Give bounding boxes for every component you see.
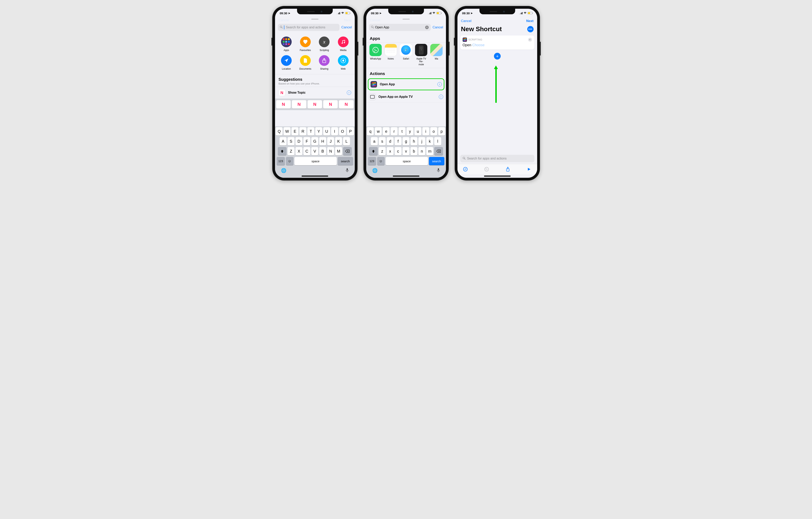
app-apple-tv-re-mote[interactable]: Apple TV Re- mote — [415, 44, 428, 66]
key-a[interactable]: A — [280, 137, 287, 145]
key-s[interactable]: S — [288, 137, 294, 145]
run-button[interactable] — [526, 166, 532, 172]
key-r[interactable]: R — [299, 127, 307, 136]
key-n[interactable]: n — [418, 147, 425, 155]
key-l[interactable]: l — [434, 137, 441, 145]
app-ma[interactable]: Ma — [430, 44, 443, 66]
key-p[interactable]: P — [347, 127, 354, 136]
search-input[interactable]: Search for apps and actions — [460, 155, 534, 162]
cancel-search-button[interactable]: Cancel — [433, 25, 443, 29]
key-o[interactable]: o — [430, 127, 437, 136]
key-search[interactable]: search — [429, 157, 444, 165]
key-u[interactable]: U — [323, 127, 330, 136]
globe-key[interactable]: 🌐 — [281, 168, 286, 173]
key-r[interactable]: r — [390, 127, 398, 136]
key-x[interactable]: x — [387, 147, 394, 155]
key-a[interactable]: a — [371, 137, 378, 145]
home-indicator[interactable] — [484, 175, 511, 176]
key-v[interactable]: v — [403, 147, 409, 155]
keyboard[interactable]: qwertyuiopasdfghjklzxcvbnm 123 ☺ space s… — [366, 127, 446, 178]
info-button[interactable]: i — [347, 90, 351, 95]
remove-action-button[interactable]: ✕ — [528, 38, 532, 42]
keyboard-suggestion[interactable]: N — [323, 100, 338, 109]
dictation-key[interactable] — [437, 168, 440, 173]
share-button[interactable] — [505, 166, 511, 172]
key-h[interactable]: h — [410, 137, 417, 145]
key-i[interactable]: I — [331, 127, 338, 136]
key-v[interactable]: V — [311, 147, 318, 155]
key-emoji[interactable]: ☺ — [286, 157, 293, 165]
search-input[interactable]: Search for apps and actions — [278, 24, 340, 31]
key-y[interactable]: y — [406, 127, 413, 136]
key-z[interactable]: Z — [288, 147, 294, 155]
app-safari[interactable]: Safari — [399, 44, 413, 66]
action-card[interactable]: SCRIPTING ✕ Open Choose — [460, 35, 534, 50]
key-t[interactable]: T — [307, 127, 314, 136]
key-k[interactable]: K — [335, 137, 342, 145]
choose-app-button[interactable]: Choose — [472, 43, 485, 47]
app-whatsapp[interactable]: WhatsApp — [369, 44, 382, 66]
key-f[interactable]: f — [395, 137, 402, 145]
info-button[interactable]: i — [439, 94, 443, 99]
keyboard-suggestion[interactable]: N — [276, 100, 291, 109]
action-item[interactable]: Open Appi — [368, 78, 444, 90]
sheet-grabber[interactable] — [311, 19, 318, 20]
globe-key[interactable]: 🌐 — [372, 168, 378, 173]
key-g[interactable]: G — [311, 137, 318, 145]
category-documents[interactable]: Documents — [297, 55, 314, 70]
key-t[interactable]: t — [399, 127, 406, 136]
key-q[interactable]: q — [367, 127, 374, 136]
key-b[interactable]: B — [319, 147, 326, 155]
key-d[interactable]: D — [295, 137, 302, 145]
key-p[interactable]: p — [438, 127, 445, 136]
key-m[interactable]: M — [335, 147, 342, 155]
key-j[interactable]: J — [327, 137, 334, 145]
key-emoji[interactable]: ☺ — [377, 157, 385, 165]
key-c[interactable]: C — [303, 147, 310, 155]
key-l[interactable]: L — [343, 137, 350, 145]
category-web[interactable]: Web — [335, 55, 352, 70]
app-notes[interactable]: Notes — [384, 44, 397, 66]
key-n[interactable]: N — [327, 147, 334, 155]
key-x[interactable]: X — [295, 147, 302, 155]
keyboard[interactable]: QWERTYUIOPASDFGHJKLZXCVBNM 123 ☺ space s… — [275, 127, 355, 178]
search-input[interactable]: Open App ✕ — [369, 24, 431, 31]
key-123[interactable]: 123 — [368, 157, 376, 165]
key-j[interactable]: j — [418, 137, 425, 145]
shift-key[interactable] — [278, 147, 287, 155]
key-search[interactable]: search — [338, 157, 353, 165]
key-m[interactable]: m — [426, 147, 433, 155]
home-indicator[interactable] — [301, 175, 328, 176]
keyboard-suggestion[interactable]: N — [308, 100, 322, 109]
clear-search-button[interactable]: ✕ — [425, 26, 429, 29]
category-scripting[interactable]: xScripting — [316, 36, 333, 52]
key-e[interactable]: e — [383, 127, 389, 136]
apps-row[interactable]: WhatsAppNotesSafariApple TV Re- moteMa — [366, 43, 446, 68]
key-q[interactable]: Q — [276, 127, 283, 136]
dictation-key[interactable] — [346, 168, 349, 173]
more-options-button[interactable]: ••• — [527, 26, 533, 32]
keyboard-suggestion[interactable]: N — [292, 100, 307, 109]
key-e[interactable]: E — [291, 127, 298, 136]
backspace-key[interactable] — [434, 147, 443, 155]
key-u[interactable]: u — [414, 127, 422, 136]
shift-key[interactable] — [369, 147, 378, 155]
key-w[interactable]: w — [375, 127, 382, 136]
next-button[interactable]: Next — [526, 19, 533, 23]
undo-button[interactable]: ↺ — [463, 166, 468, 172]
add-action-button[interactable]: ＋ — [494, 53, 501, 59]
backspace-key[interactable] — [343, 147, 352, 155]
key-o[interactable]: O — [339, 127, 346, 136]
home-indicator[interactable] — [393, 175, 419, 176]
key-z[interactable]: z — [379, 147, 386, 155]
category-sharing[interactable]: Sharing — [316, 55, 333, 70]
action-item[interactable]: Open App on Apple TVi — [366, 91, 446, 103]
key-y[interactable]: Y — [315, 127, 322, 136]
key-space[interactable]: space — [294, 157, 337, 165]
category-favourites[interactable]: Favourites — [297, 36, 314, 52]
keyboard-suggestion[interactable]: N — [339, 100, 353, 109]
key-b[interactable]: b — [410, 147, 417, 155]
key-i[interactable]: i — [423, 127, 429, 136]
sheet-grabber[interactable] — [403, 19, 410, 20]
key-space[interactable]: space — [386, 157, 428, 165]
